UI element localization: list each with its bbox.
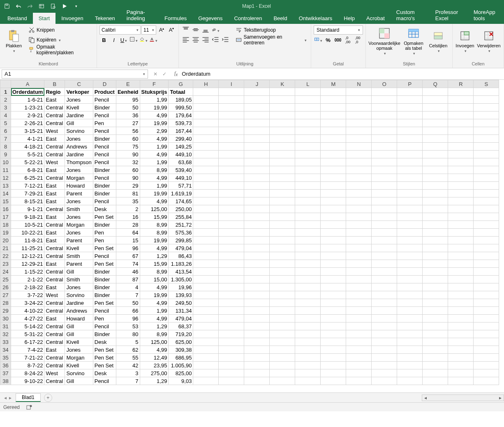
cell[interactable] [270,166,295,174]
cell[interactable]: Jones [65,166,93,174]
cell[interactable] [219,237,244,244]
cell[interactable] [270,213,295,221]
cell[interactable] [219,111,244,119]
cell[interactable]: 75 [116,143,140,151]
cell[interactable]: Morgan [65,354,93,362]
cell[interactable] [193,104,219,111]
cell[interactable] [193,268,219,276]
cell[interactable] [295,276,321,283]
cell[interactable] [372,182,397,190]
cell[interactable]: Jardine [65,299,93,307]
cell[interactable]: Smith [65,205,93,213]
cell[interactable]: West [44,369,65,377]
cell[interactable] [346,197,372,205]
cell[interactable] [244,268,270,276]
cell[interactable] [474,291,499,299]
cell[interactable] [321,197,346,205]
cell[interactable]: 4,99 [140,151,169,158]
cell[interactable]: Binder [93,104,116,111]
redo-icon[interactable] [26,2,34,10]
tab-custom-macros[interactable]: Custom macro's [391,7,430,24]
cell[interactable] [244,229,270,237]
increase-decimal-button[interactable]: ,0,00 [343,35,352,44]
row-header-9[interactable]: 9 [0,151,11,158]
cell[interactable] [346,221,372,229]
cut-button[interactable]: Knippen [27,26,94,35]
cell[interactable] [193,135,219,143]
cell[interactable] [193,260,219,268]
align-center-button[interactable] [191,35,200,44]
cell[interactable] [321,276,346,283]
row-header-18[interactable]: 18 [0,221,11,229]
cell[interactable] [372,166,397,174]
cell[interactable] [244,252,270,260]
underline-button[interactable]: U [119,35,128,44]
cell[interactable] [474,369,499,377]
cell[interactable]: 2-9-21 [11,111,44,119]
cell[interactable] [423,119,448,127]
cell[interactable] [270,96,295,104]
cell[interactable] [372,377,397,385]
cell[interactable]: Central [44,119,65,127]
scroll-right-button[interactable]: ▸ [497,395,504,401]
cell[interactable] [346,354,372,362]
row-header-28[interactable]: 28 [0,299,11,307]
cell[interactable] [474,268,499,276]
cell[interactable]: 3 [116,369,140,377]
cell[interactable] [423,158,448,166]
cell[interactable] [270,229,295,237]
cell[interactable] [423,135,448,143]
cell[interactable] [448,119,474,127]
cell[interactable] [295,213,321,221]
cell[interactable]: Desk [93,369,116,377]
cell[interactable] [321,315,346,323]
cell[interactable]: Pen Set [93,299,116,307]
cell[interactable]: East [44,190,65,197]
cell[interactable] [372,213,397,221]
cell[interactable] [193,252,219,260]
column-header-K[interactable]: K [270,80,295,88]
cell[interactable] [346,307,372,315]
cell[interactable]: 42 [116,362,140,369]
cell[interactable] [474,307,499,315]
decrease-decimal-button[interactable]: ,00,0 [353,35,362,44]
grid[interactable]: ABCDEFGHIJKLMNOPQRS1OrderdatumRegioVerko… [0,80,504,392]
cell[interactable] [193,151,219,158]
cell[interactable] [346,315,372,323]
cell[interactable] [244,135,270,143]
row-header-3[interactable]: 3 [0,104,11,111]
cell[interactable] [321,135,346,143]
tab-view[interactable]: Beeld [268,13,293,24]
cell[interactable] [474,323,499,330]
cell[interactable]: 29 [116,182,140,190]
tab-draw[interactable]: Tekenen [89,13,121,24]
cell[interactable] [372,283,397,291]
cell[interactable] [397,143,423,151]
cell[interactable]: Central [44,174,65,182]
cell[interactable] [193,299,219,307]
cell[interactable] [270,135,295,143]
cell[interactable] [321,166,346,174]
cell[interactable] [423,362,448,369]
cell[interactable] [474,221,499,229]
cell[interactable]: 27 [116,119,140,127]
cell[interactable] [295,174,321,182]
row-header-38[interactable]: 38 [0,377,11,385]
cell[interactable] [423,244,448,252]
cell[interactable]: East [44,182,65,190]
cell[interactable]: Kivell [65,362,93,369]
tab-professor-excel[interactable]: Professor Excel [430,7,468,24]
cell[interactable]: 50 [116,299,140,307]
cell[interactable] [346,182,372,190]
cell[interactable] [448,354,474,362]
cell[interactable]: 10-22-21 [11,229,44,237]
cell[interactable] [219,307,244,315]
row-header-33[interactable]: 33 [0,338,11,346]
cell[interactable]: East [44,166,65,174]
cell[interactable] [193,166,219,174]
bold-button[interactable]: B [99,35,109,44]
cell[interactable] [397,111,423,119]
cell[interactable] [346,88,372,96]
cell[interactable] [448,96,474,104]
cell[interactable] [270,369,295,377]
